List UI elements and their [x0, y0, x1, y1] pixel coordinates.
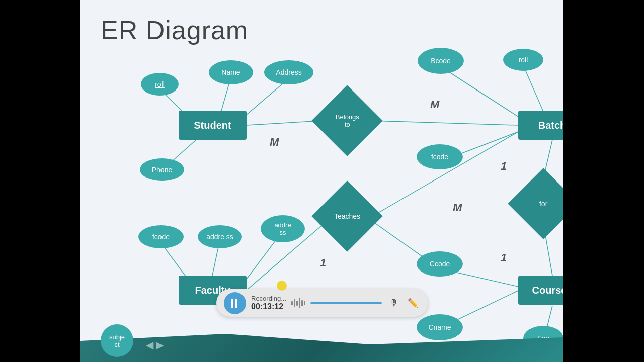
- attr-fname: addre ss: [198, 225, 242, 248]
- relationship-teaches: Teaches: [311, 180, 382, 251]
- cardinality-1b: 1: [501, 160, 507, 173]
- prev-arrow[interactable]: ◀: [146, 339, 153, 351]
- attr-fcode-fac: fcode: [138, 225, 184, 248]
- svg-line-2: [247, 79, 288, 115]
- cardinality-m1: M: [430, 98, 439, 111]
- svg-line-7: [523, 65, 543, 112]
- audio-bar-4: [299, 298, 300, 308]
- relationship-teaches-label: Teaches: [334, 212, 360, 220]
- pause-button[interactable]: [224, 292, 246, 314]
- attr-ccode-fac: Ccode: [417, 251, 463, 277]
- entity-batch[interactable]: Batch: [518, 111, 564, 140]
- attr-bcode: Bcode: [418, 48, 464, 74]
- cardinality-1a: 1: [320, 256, 326, 269]
- cursor-highlight: [277, 281, 287, 291]
- relationship-belongs-to-label: Belongs to: [336, 113, 359, 128]
- audio-bar-5: [301, 300, 303, 306]
- relationship-belongs-to: Belongs to: [311, 85, 382, 156]
- audio-bar-3: [296, 301, 298, 306]
- cardinality-m2: M: [270, 136, 279, 149]
- next-arrow[interactable]: ▶: [156, 339, 164, 351]
- progress-bar[interactable]: [310, 302, 382, 304]
- audio-bar-6: [304, 301, 305, 305]
- attr-name: Name: [209, 60, 253, 84]
- pause-bar-left: [231, 299, 233, 308]
- attr-subject: subje ct: [101, 324, 133, 357]
- svg-line-5: [372, 121, 518, 125]
- attr-roll-batch: roll: [503, 49, 543, 71]
- mic-button[interactable]: 🎙: [387, 296, 401, 310]
- pause-icon: [231, 299, 238, 308]
- cardinality-1c: 1: [501, 251, 507, 264]
- audio-bar-1: [291, 301, 293, 305]
- cardinality-m3: M: [453, 201, 462, 214]
- attr-address: Address: [264, 60, 313, 84]
- entity-courses[interactable]: Courses: [518, 276, 564, 305]
- recording-time: 00:13:12: [251, 302, 286, 311]
- svg-line-4: [247, 121, 322, 125]
- nav-arrows: ◀ ▶: [146, 339, 164, 351]
- audio-bar-2: [294, 299, 295, 307]
- recording-info: Recording... 00:13:12: [251, 295, 286, 311]
- pause-bar-right: [235, 299, 237, 308]
- svg-line-6: [440, 66, 518, 117]
- relationship-for-label: for: [539, 200, 547, 208]
- page-title: ER Diagram: [101, 15, 248, 45]
- entity-student[interactable]: Student: [179, 111, 247, 140]
- relationship-for: for: [508, 168, 564, 239]
- recording-status: Recording...: [251, 295, 286, 302]
- audio-bars: [291, 298, 305, 308]
- attr-roll-student: roll: [141, 73, 179, 96]
- recording-bar: Recording... 00:13:12 🎙 ✏️: [216, 289, 428, 317]
- pen-button[interactable]: ✏️: [406, 296, 420, 310]
- attr-address-fac: addre ss: [261, 215, 305, 242]
- attr-cname: Cname: [417, 314, 463, 340]
- attr-ccode-rel: fcode: [417, 144, 463, 169]
- attr-phone: Phone: [140, 158, 184, 181]
